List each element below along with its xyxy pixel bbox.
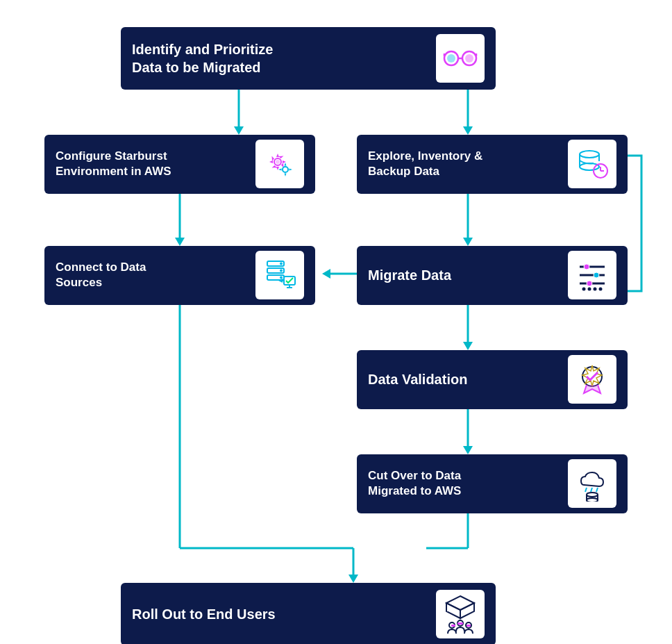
svg-line-62 xyxy=(596,488,598,492)
svg-point-35 xyxy=(280,270,283,272)
svg-marker-1 xyxy=(234,126,244,135)
svg-point-27 xyxy=(465,54,473,63)
svg-point-63 xyxy=(587,493,598,497)
rollout-label: Roll Out to End Users xyxy=(132,605,276,623)
svg-marker-3 xyxy=(463,126,473,135)
identify-icon xyxy=(436,34,485,83)
rollout-node: Roll Out to End Users xyxy=(121,583,496,645)
explore-node: Explore, Inventory & Backup Data xyxy=(357,135,628,194)
svg-marker-14 xyxy=(322,269,330,279)
svg-marker-71 xyxy=(460,603,474,618)
svg-point-52 xyxy=(584,264,589,270)
svg-marker-7 xyxy=(463,238,473,246)
svg-point-36 xyxy=(280,276,283,279)
cutover-icon xyxy=(568,459,616,508)
svg-point-42 xyxy=(580,151,599,158)
identify-label: Identify and Prioritize Data to be Migra… xyxy=(132,40,273,76)
cutover-node: Cut Over to Data Migrated to AWS xyxy=(357,454,628,513)
connect-icon xyxy=(255,251,304,299)
svg-point-53 xyxy=(594,272,599,278)
svg-point-57 xyxy=(594,288,597,291)
cutover-label: Cut Over to Data Migrated to AWS xyxy=(368,468,461,499)
svg-point-54 xyxy=(587,281,592,286)
svg-point-26 xyxy=(447,54,455,63)
migrate-icon xyxy=(568,251,616,299)
diagram-container: Identify and Prioritize Data to be Migra… xyxy=(37,20,635,625)
explore-label: Explore, Inventory & Backup Data xyxy=(368,149,482,179)
svg-point-55 xyxy=(582,288,586,291)
migrate-node: Migrate Data xyxy=(357,246,628,305)
svg-marker-72 xyxy=(446,603,460,618)
identify-node: Identify and Prioritize Data to be Migra… xyxy=(121,27,496,90)
connect-node: Connect to Data Sources xyxy=(44,246,315,305)
configure-icon xyxy=(255,140,304,188)
svg-marker-41 xyxy=(278,279,283,283)
arrows-svg xyxy=(37,20,635,625)
svg-marker-10 xyxy=(463,342,473,350)
configure-label: Configure Starburst Environment in AWS xyxy=(56,149,171,179)
svg-marker-20 xyxy=(348,575,358,583)
svg-marker-12 xyxy=(463,446,473,454)
validation-node: Data Validation xyxy=(357,350,628,409)
svg-point-29 xyxy=(276,160,280,164)
svg-rect-78 xyxy=(467,625,471,627)
connect-label: Connect to Data Sources xyxy=(56,260,146,290)
migrate-label: Migrate Data xyxy=(368,266,451,284)
svg-marker-5 xyxy=(175,238,185,246)
svg-point-34 xyxy=(280,263,283,265)
svg-line-60 xyxy=(585,488,587,492)
svg-marker-67 xyxy=(446,596,474,610)
svg-point-56 xyxy=(588,288,591,291)
validation-label: Data Validation xyxy=(368,370,467,388)
svg-point-66 xyxy=(587,498,598,502)
explore-icon xyxy=(568,140,616,188)
svg-rect-76 xyxy=(457,622,463,625)
svg-line-61 xyxy=(591,488,592,492)
configure-node: Configure Starburst Environment in AWS xyxy=(44,135,315,194)
validation-icon xyxy=(568,355,616,404)
rollout-icon xyxy=(436,590,485,638)
svg-point-30 xyxy=(283,167,288,172)
svg-point-58 xyxy=(599,288,603,291)
svg-rect-77 xyxy=(451,625,455,627)
